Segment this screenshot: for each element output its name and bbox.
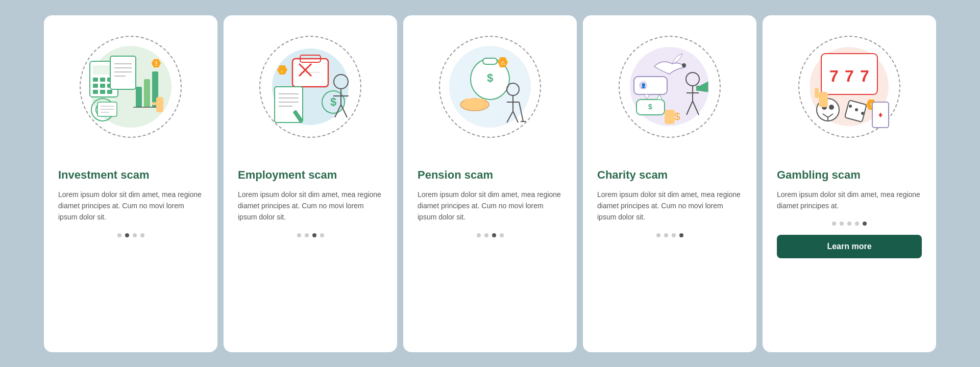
svg-line-70 — [693, 101, 699, 115]
cards-container: ! Investment scam Lorem ipsum dolor sit … — [32, 3, 948, 364]
svg-rect-16 — [136, 87, 142, 107]
dot-4[interactable] — [679, 233, 683, 237]
svg-text:$: $ — [648, 103, 652, 111]
dot-5[interactable] — [863, 222, 867, 226]
investment-scam-card: ! Investment scam Lorem ipsum dolor sit … — [44, 15, 217, 352]
dot-2[interactable] — [664, 233, 668, 237]
svg-rect-81 — [665, 110, 675, 124]
dot-4[interactable] — [140, 233, 144, 237]
svg-text:!: ! — [871, 103, 872, 108]
pension-scam-content: Pension scam Lorem ipsum dolor sit dim a… — [403, 158, 577, 223]
svg-point-44 — [334, 75, 348, 89]
pension-scam-card: $ ⚠ Pension scam Lorem ipsum dolor si — [403, 15, 577, 352]
svg-point-95 — [861, 112, 864, 115]
gambling-scam-body: Lorem ipsum dolor sit dim amet, mea regi… — [777, 189, 922, 212]
dot-1[interactable] — [656, 233, 660, 237]
dot-3[interactable] — [312, 233, 316, 237]
charity-scam-content: Charity scam Lorem ipsum dolor sit dim a… — [583, 158, 756, 223]
svg-rect-2 — [93, 78, 98, 82]
employment-scam-svg: $ ✋ — [254, 31, 366, 143]
svg-text:7: 7 — [860, 67, 869, 85]
svg-rect-17 — [144, 79, 150, 107]
investment-scam-body: Lorem ipsum dolor sit dim amet, mea regi… — [58, 189, 203, 223]
gambling-scam-content: Gambling scam Lorem ipsum dolor sit dim … — [763, 158, 936, 212]
dot-1[interactable] — [117, 233, 121, 237]
svg-rect-57 — [464, 99, 485, 105]
svg-text:⚠: ⚠ — [500, 60, 505, 66]
svg-rect-92 — [845, 100, 867, 122]
investment-scam-svg: ! — [75, 31, 187, 143]
investment-scam-content: Investment scam Lorem ipsum dolor sit di… — [44, 158, 217, 223]
pension-scam-body: Lorem ipsum dolor sit dim amet, mea regi… — [418, 189, 562, 223]
svg-text:$: $ — [330, 95, 336, 108]
employment-scam-card: $ ✋ Employment scam Lorem ipsum dolor si… — [224, 15, 397, 352]
dot-1[interactable] — [297, 233, 301, 237]
svg-rect-101 — [815, 88, 819, 98]
svg-text:7: 7 — [845, 67, 854, 85]
svg-rect-30 — [152, 102, 156, 105]
gambling-scam-card: 7 7 7 ! ♦ — [763, 15, 936, 352]
charity-illustration: 👤 $ $ — [583, 15, 756, 158]
svg-rect-10 — [107, 90, 112, 94]
svg-marker-74 — [644, 94, 649, 100]
learn-more-button[interactable]: Learn more — [777, 235, 922, 258]
employment-scam-dots — [297, 233, 324, 237]
svg-marker-71 — [700, 82, 708, 92]
svg-point-58 — [507, 83, 519, 95]
svg-rect-8 — [93, 90, 98, 94]
pension-scam-svg: $ ⚠ — [434, 31, 546, 143]
svg-line-62 — [513, 111, 518, 123]
dot-2[interactable] — [125, 233, 129, 237]
svg-point-88 — [829, 105, 834, 110]
svg-text:!: ! — [155, 60, 157, 67]
employment-scam-title: Employment scam — [238, 168, 383, 182]
pension-scam-dots — [477, 233, 504, 237]
svg-rect-100 — [819, 92, 828, 107]
employment-scam-content: Employment scam Lorem ipsum dolor sit di… — [224, 158, 397, 223]
charity-scam-title: Charity scam — [597, 168, 742, 182]
svg-line-63 — [519, 102, 523, 121]
svg-text:$: $ — [487, 71, 493, 84]
svg-rect-52 — [483, 58, 497, 64]
dot-4[interactable] — [855, 222, 859, 226]
svg-point-94 — [855, 108, 858, 111]
svg-rect-6 — [100, 84, 105, 88]
dot-3[interactable] — [492, 233, 496, 237]
svg-rect-11 — [110, 56, 136, 89]
gambling-scam-title: Gambling scam — [777, 168, 922, 182]
pension-scam-title: Pension scam — [418, 168, 562, 182]
svg-line-69 — [687, 101, 693, 115]
svg-text:7: 7 — [829, 67, 839, 85]
pension-illustration: $ ⚠ — [403, 15, 577, 158]
charity-scam-body: Lorem ipsum dolor sit dim amet, mea regi… — [597, 189, 742, 223]
svg-rect-3 — [100, 78, 105, 82]
investment-illustration: ! — [44, 15, 217, 158]
dot-1[interactable] — [477, 233, 481, 237]
dot-2[interactable] — [840, 222, 844, 226]
charity-scam-dots — [656, 233, 683, 237]
employment-scam-body: Lorem ipsum dolor sit dim amet, mea regi… — [238, 189, 383, 223]
svg-point-65 — [682, 63, 686, 67]
svg-text:✋: ✋ — [279, 67, 286, 74]
svg-rect-73 — [634, 77, 667, 94]
dot-4[interactable] — [500, 233, 504, 237]
dot-1[interactable] — [832, 222, 836, 226]
dot-4[interactable] — [320, 233, 324, 237]
dot-2[interactable] — [305, 233, 309, 237]
svg-text:$: $ — [674, 111, 680, 122]
svg-point-93 — [849, 105, 852, 108]
svg-text:♦: ♦ — [878, 110, 883, 119]
investment-scam-dots — [117, 233, 144, 237]
svg-text:👤: 👤 — [641, 83, 647, 89]
dot-3[interactable] — [133, 233, 137, 237]
charity-scam-card: 👤 $ $ Charity scam Lorem ipsum dolor sit… — [583, 15, 756, 352]
dot-2[interactable] — [484, 233, 488, 237]
gambling-scam-dots — [832, 222, 867, 226]
svg-marker-79 — [657, 94, 662, 100]
dot-3[interactable] — [672, 233, 676, 237]
investment-scam-title: Investment scam — [58, 168, 203, 182]
gambling-scam-svg: 7 7 7 ! ♦ — [793, 31, 905, 143]
gambling-illustration: 7 7 7 ! ♦ — [763, 15, 936, 158]
dot-3[interactable] — [847, 222, 851, 226]
svg-rect-5 — [93, 84, 98, 88]
